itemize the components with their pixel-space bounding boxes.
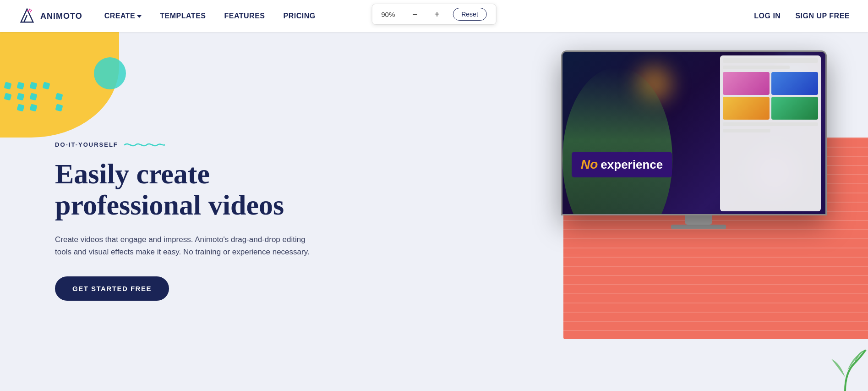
green-plant-decoration [822,336,868,391]
monitor-screen: No experience [561,50,827,215]
thumb-green [771,97,818,120]
svg-point-5 [31,10,32,11]
overlay-no-text: No [581,157,598,172]
chevron-down-icon [137,15,142,18]
dot [4,104,11,111]
nav-link-create[interactable]: CREATE [104,12,142,20]
screen-background: No experience [562,52,825,214]
hero-section: DO-IT-YOURSELF Easily create professiona… [0,32,868,391]
dot [4,93,11,100]
zoom-reset-button[interactable]: Reset [453,8,487,21]
dots-decoration [5,83,64,111]
logo-text: ANIMOTO [40,11,82,21]
zoom-toolbar: 90% − + Reset [371,4,497,25]
eyebrow-text: DO-IT-YOURSELF [55,141,118,148]
thumb-yellow [723,97,770,120]
svg-point-2 [27,10,29,12]
monitor-stand [685,215,712,225]
login-link[interactable]: LOG IN [754,12,781,20]
dot [4,82,11,89]
zoom-value: 90% [381,11,399,18]
nav-link-pricing[interactable]: PRICING [284,12,316,20]
nav-link-features[interactable]: FEATURES [224,12,265,20]
dot [16,93,24,100]
nav-links: CREATE TEMPLATES FEATURES PRICING [104,12,316,20]
ui-bar-3 [723,122,818,126]
animoto-logo-icon [18,7,36,25]
dot [29,104,37,111]
dot [55,82,63,89]
dot [16,82,24,89]
ui-bar-4 [723,129,770,132]
zoom-minus-button[interactable]: − [409,8,421,21]
plant-icon [822,336,868,391]
navbar-right: LOG IN SIGN UP FREE [754,12,850,20]
ui-thumbs-row-1 [723,72,818,95]
ui-bar-1 [723,58,818,63]
svg-line-1 [24,15,27,22]
dot [16,104,24,111]
signup-link[interactable]: SIGN UP FREE [795,12,850,20]
dot [42,82,50,89]
hero-description: Create videos that engage and impress. A… [55,233,321,258]
hero-eyebrow: DO-IT-YOURSELF [55,141,321,149]
editing-ui-panel [720,55,821,211]
ui-thumbs-row-2 [723,97,818,120]
thumb-pink [723,72,770,95]
navbar: ANIMOTO CREATE TEMPLATES FEATURES PRICIN… [0,0,868,32]
dot [42,93,50,100]
dot [55,93,63,100]
nav-link-templates[interactable]: TEMPLATES [160,12,206,20]
dot [55,104,63,111]
experience-overlay: No experience [572,152,672,177]
monitor: No experience [561,50,836,229]
cyan-circle-shape [94,57,126,89]
dot [29,82,37,89]
hero-content: DO-IT-YOURSELF Easily create professiona… [55,122,321,301]
monitor-base [671,225,726,229]
zoom-plus-button[interactable]: + [431,8,443,21]
wave-icon [124,141,165,149]
dot [42,104,50,111]
cta-button[interactable]: GET STARTED FREE [55,276,169,301]
hero-title: Easily create professional videos [55,158,321,220]
logo[interactable]: ANIMOTO [18,7,82,25]
thumb-blue [771,72,818,95]
ui-bar-2 [723,66,790,69]
overlay-experience-text: experience [601,158,663,172]
dot [29,93,37,100]
svg-point-4 [30,11,31,12]
hero-image-area: No experience [561,50,854,229]
svg-point-3 [29,9,31,11]
